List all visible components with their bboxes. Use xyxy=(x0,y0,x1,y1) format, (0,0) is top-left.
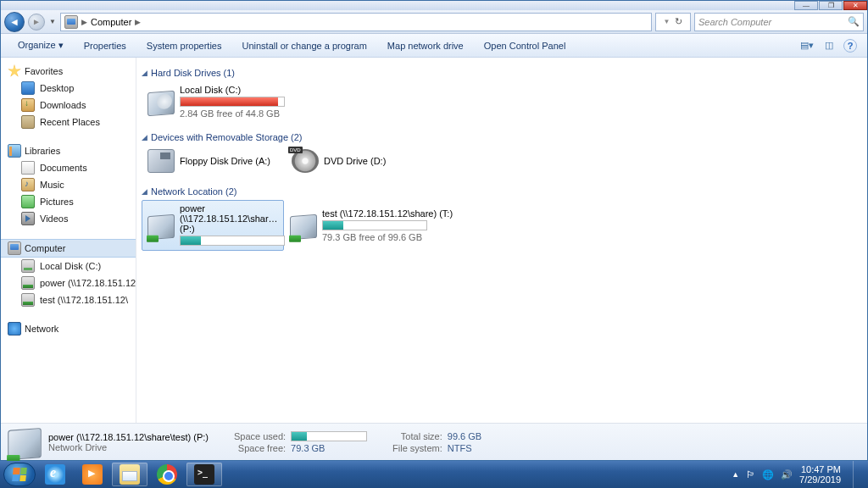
network-drive-icon xyxy=(21,293,35,307)
show-desktop-button[interactable] xyxy=(853,461,861,488)
space-bar xyxy=(180,97,285,107)
preview-pane-button[interactable]: ◫ xyxy=(821,38,837,53)
network-tray-icon[interactable]: 🌐 xyxy=(762,469,774,480)
nav-item-network-drive-p[interactable]: power (\\172.18.151.12 xyxy=(1,274,136,291)
nav-item-pictures[interactable]: Pictures xyxy=(1,193,136,210)
content-pane: ◢ Hard Disk Drives (1) Local Disk (C:) 2… xyxy=(136,58,867,423)
hdd-icon xyxy=(21,259,35,273)
dvd-icon xyxy=(292,149,319,173)
details-space-free-label: Space free: xyxy=(234,443,286,453)
nav-label: power (\\172.18.151.12 xyxy=(40,278,136,288)
nav-item-downloads[interactable]: Downloads xyxy=(1,97,136,114)
tray-time: 10:47 PM xyxy=(799,464,841,474)
nav-item-local-disk-c[interactable]: Local Disk (C:) xyxy=(1,258,136,274)
drive-name: Local Disk (C:) xyxy=(180,85,348,95)
nav-libraries-label: Libraries xyxy=(25,146,60,156)
nav-forward-button[interactable]: ► xyxy=(28,14,45,30)
nav-back-button[interactable]: ◄ xyxy=(4,12,25,32)
nav-network-header[interactable]: Network xyxy=(1,320,136,337)
explorer-body: Favorites Desktop Downloads Recent Place… xyxy=(1,58,867,423)
address-refresh-button[interactable]: ▼ ↻ xyxy=(655,13,691,31)
nav-item-videos[interactable]: Videos xyxy=(1,210,136,227)
taskbar-media-player-button[interactable] xyxy=(75,463,110,486)
taskbar-chrome-button[interactable] xyxy=(149,463,185,486)
window-close-button[interactable]: ✕ xyxy=(843,1,867,10)
space-fill xyxy=(181,97,278,106)
address-bar[interactable]: ▶ Computer ▶ xyxy=(60,13,652,31)
organize-menu[interactable]: Organize ▾ xyxy=(8,36,74,54)
address-row: ◄ ► ▼ ▶ Computer ▶ ▼ ↻ Search Computer 🔍 xyxy=(1,10,867,34)
details-filesystem-label: File system: xyxy=(392,443,442,453)
breadcrumb-sep-icon[interactable]: ▶ xyxy=(135,18,141,26)
window-maximize-button[interactable]: ❐ xyxy=(819,1,843,10)
network-drive-icon xyxy=(21,276,35,290)
start-button[interactable] xyxy=(3,463,36,486)
drive-tile-floppy-a[interactable]: Floppy Disk Drive (A:) xyxy=(142,146,286,176)
windows-logo-icon xyxy=(12,468,27,481)
downloads-icon xyxy=(21,98,35,112)
tray-overflow-button[interactable]: ▲ xyxy=(732,470,739,479)
window-minimize-button[interactable]: — xyxy=(794,1,818,10)
taskbar-terminal-button[interactable] xyxy=(186,463,222,486)
drive-name: Floppy Disk Drive (A:) xyxy=(180,156,280,166)
group-header-removable[interactable]: ◢ Devices with Removable Storage (2) xyxy=(136,130,867,144)
details-space-bar xyxy=(291,431,367,441)
media-player-icon xyxy=(82,464,103,485)
nav-computer-header[interactable]: Computer xyxy=(1,239,136,258)
taskbar-ie-button[interactable] xyxy=(37,463,73,486)
view-options-button[interactable]: ▤▾ xyxy=(799,38,815,53)
nav-item-network-drive-t[interactable]: test (\\172.18.151.12\ xyxy=(1,291,136,308)
group-header-network-location[interactable]: ◢ Network Location (2) xyxy=(136,185,867,198)
recent-places-icon xyxy=(21,115,35,129)
system-tray: ▲ 🏳 🌐 🔊 10:47 PM 7/29/2019 xyxy=(732,461,865,488)
action-center-icon[interactable]: 🏳 xyxy=(746,469,755,480)
chevron-down-icon: ▼ xyxy=(664,18,670,25)
explorer-icon xyxy=(120,464,140,485)
drive-name: test (\\172.18.151.12\share) (T:) xyxy=(322,208,498,219)
nav-item-recent-places[interactable]: Recent Places xyxy=(1,114,136,130)
hdd-icon xyxy=(147,91,175,116)
map-network-drive-button[interactable]: Map network drive xyxy=(377,37,474,54)
volume-tray-icon[interactable]: 🔊 xyxy=(781,469,793,480)
breadcrumb-location[interactable]: Computer xyxy=(91,17,131,27)
desktop-icon xyxy=(21,81,35,95)
floppy-icon xyxy=(147,149,175,173)
properties-button[interactable]: Properties xyxy=(74,37,136,54)
tray-clock[interactable]: 10:47 PM 7/29/2019 xyxy=(799,464,841,485)
documents-icon xyxy=(21,161,35,175)
chrome-icon xyxy=(157,464,177,485)
videos-icon xyxy=(21,212,35,225)
help-button[interactable]: ? xyxy=(843,39,857,53)
drive-tile-network-t[interactable]: test (\\172.18.151.12\share) (T:) 79.3 G… xyxy=(284,200,504,251)
nav-label: Music xyxy=(40,180,64,190)
window-titlebar: — ❐ ✕ xyxy=(1,1,867,10)
refresh-icon: ↻ xyxy=(675,16,682,27)
nav-network-label: Network xyxy=(25,324,58,334)
nav-label: Recent Places xyxy=(40,117,100,127)
space-fill xyxy=(181,236,201,245)
terminal-icon xyxy=(194,464,214,485)
pictures-icon xyxy=(21,195,35,208)
nav-item-music[interactable]: Music xyxy=(1,176,136,193)
drive-tile-network-p[interactable]: power (\\172.18.151.12\share\test) (P:) xyxy=(142,200,284,251)
collapse-icon: ◢ xyxy=(142,69,147,77)
nav-favorites-header[interactable]: Favorites xyxy=(1,63,136,80)
group-title: Devices with Removable Storage (2) xyxy=(151,132,303,142)
taskbar-explorer-button[interactable] xyxy=(112,463,147,486)
group-header-hdd[interactable]: ◢ Hard Disk Drives (1) xyxy=(136,66,867,80)
drive-tile-dvd-d[interactable]: DVD Drive (D:) xyxy=(286,146,430,176)
uninstall-programs-button[interactable]: Uninstall or change a program xyxy=(232,37,377,54)
network-drive-icon xyxy=(147,214,175,240)
details-space-used-label: Space used: xyxy=(234,431,286,441)
space-bar xyxy=(180,236,285,246)
system-properties-button[interactable]: System properties xyxy=(136,37,232,54)
nav-label: Videos xyxy=(40,214,68,224)
nav-item-desktop[interactable]: Desktop xyxy=(1,80,136,97)
drive-tile-local-c[interactable]: Local Disk (C:) 2.84 GB free of 44.8 GB xyxy=(142,81,353,122)
nav-history-dropdown[interactable]: ▼ xyxy=(48,18,57,25)
drive-free-text: 79.3 GB free of 99.6 GB xyxy=(322,232,498,242)
nav-item-documents[interactable]: Documents xyxy=(1,159,136,176)
search-input[interactable]: Search Computer 🔍 xyxy=(694,13,864,31)
nav-libraries-header[interactable]: Libraries xyxy=(1,142,136,159)
open-control-panel-button[interactable]: Open Control Panel xyxy=(474,37,576,54)
